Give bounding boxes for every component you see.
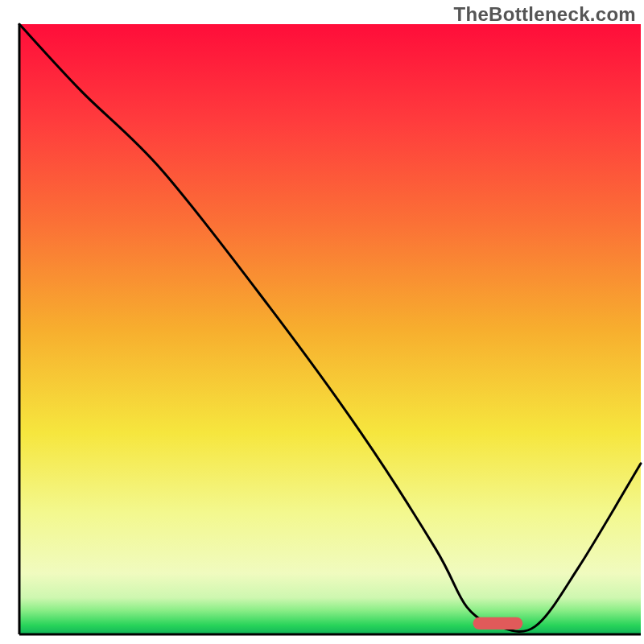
chart-container: TheBottleneck.com <box>0 0 644 644</box>
target-marker <box>473 617 523 630</box>
watermark-label: TheBottleneck.com <box>454 3 636 26</box>
plot-background <box>19 24 641 634</box>
bottleneck-chart <box>0 0 644 644</box>
